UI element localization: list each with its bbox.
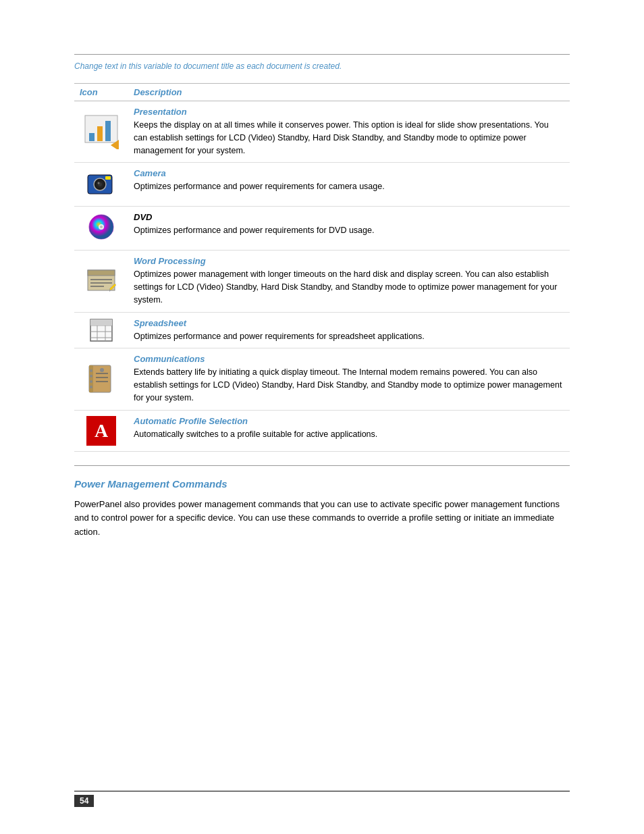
table-row: DVD Optimizes performance and power requ… bbox=[74, 207, 570, 251]
page-footer: 54 bbox=[74, 791, 570, 807]
item-title: DVD bbox=[134, 212, 564, 222]
desc-cell: Presentation Keeps the display on at all… bbox=[128, 101, 570, 163]
desc-cell: Camera Optimizes performance and power r… bbox=[128, 163, 570, 207]
svg-rect-3 bbox=[105, 121, 111, 141]
section-body: PowerPanel also provides power managemen… bbox=[74, 498, 570, 540]
icon-cell bbox=[74, 312, 128, 348]
item-title: Camera bbox=[134, 168, 564, 178]
camera-icon bbox=[80, 168, 123, 201]
svg-point-32 bbox=[90, 369, 92, 372]
item-desc: Optimizes performance and power requirem… bbox=[134, 182, 385, 191]
icon-cell bbox=[74, 101, 128, 163]
item-desc: Optimizes performance and power requirem… bbox=[134, 332, 425, 341]
icon-cell: A bbox=[74, 410, 128, 451]
presentation-icon bbox=[80, 114, 123, 149]
svg-point-35 bbox=[90, 386, 92, 388]
presentation-icon-svg bbox=[84, 114, 119, 149]
icon-cell bbox=[74, 207, 128, 251]
item-title: Spreadsheet bbox=[134, 318, 564, 328]
table-row: A Automatic Profile Selection Automatica… bbox=[74, 410, 570, 451]
svg-point-34 bbox=[90, 380, 92, 383]
word-icon-svg bbox=[85, 265, 117, 297]
item-title: Automatic Profile Selection bbox=[134, 416, 564, 426]
svg-point-33 bbox=[90, 375, 92, 377]
page-number: 54 bbox=[74, 795, 94, 807]
spreadsheet-icon bbox=[80, 318, 123, 342]
section-title: Power Management Commands bbox=[74, 478, 570, 490]
table-divider bbox=[74, 465, 570, 466]
communications-icon bbox=[80, 363, 123, 395]
desc-cell: Spreadsheet Optimizes performance and po… bbox=[128, 312, 570, 348]
comm-icon-svg bbox=[85, 363, 117, 395]
auto-profile-icon: A bbox=[80, 416, 123, 446]
svg-point-39 bbox=[100, 368, 104, 372]
desc-cell: DVD Optimizes performance and power requ… bbox=[128, 207, 570, 251]
item-title: Word Processing bbox=[134, 256, 564, 266]
svg-rect-17 bbox=[88, 270, 115, 276]
item-desc: Automatically switches to a profile suit… bbox=[134, 429, 377, 439]
auto-icon: A bbox=[86, 416, 116, 446]
desc-cell: Word Processing Optimizes power manageme… bbox=[128, 251, 570, 312]
table-row: Spreadsheet Optimizes performance and po… bbox=[74, 312, 570, 348]
col-desc-header: Description bbox=[128, 84, 570, 101]
camera-icon-svg bbox=[85, 168, 117, 201]
table-row: Word Processing Optimizes power manageme… bbox=[74, 251, 570, 312]
dvd-icon-svg bbox=[85, 212, 117, 244]
profiles-table: Icon Description bbox=[74, 83, 570, 452]
table-row: Camera Optimizes performance and power r… bbox=[74, 163, 570, 207]
table-header-row: Icon Description bbox=[74, 84, 570, 101]
svg-rect-2 bbox=[97, 126, 103, 141]
svg-rect-29 bbox=[90, 319, 112, 325]
svg-rect-9 bbox=[105, 176, 111, 180]
svg-point-10 bbox=[98, 182, 100, 184]
svg-point-15 bbox=[100, 226, 103, 228]
item-desc: Optimizes performance and power requirem… bbox=[134, 226, 374, 235]
item-desc: Extends battery life by initiating a qui… bbox=[134, 367, 562, 402]
dvd-icon bbox=[80, 212, 123, 244]
item-title: Communications bbox=[134, 354, 564, 364]
desc-cell: Automatic Profile Selection Automaticall… bbox=[128, 410, 570, 451]
item-desc: Optimizes power management with longer t… bbox=[134, 269, 557, 305]
icon-cell bbox=[74, 348, 128, 410]
table-row: Presentation Keeps the display on at all… bbox=[74, 101, 570, 163]
table-row: Communications Extends battery life by i… bbox=[74, 348, 570, 410]
col-icon-header: Icon bbox=[74, 84, 128, 101]
variable-text: Change text in this variable to document… bbox=[74, 54, 570, 71]
desc-cell: Communications Extends battery life by i… bbox=[128, 348, 570, 410]
icon-cell bbox=[74, 163, 128, 207]
page-content: Change text in this variable to document… bbox=[0, 0, 644, 594]
svg-rect-1 bbox=[89, 133, 95, 141]
word-processing-icon bbox=[80, 265, 123, 297]
icon-cell bbox=[74, 251, 128, 312]
item-desc: Keeps the display on at all times while … bbox=[134, 120, 549, 155]
spreadsheet-icon-svg bbox=[89, 318, 113, 342]
item-title: Presentation bbox=[134, 107, 564, 117]
